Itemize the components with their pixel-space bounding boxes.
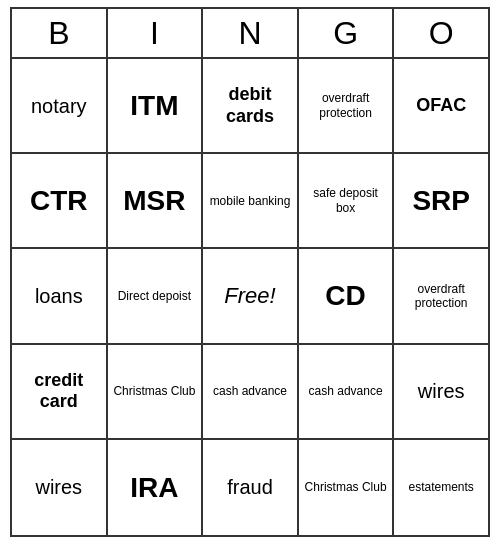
- bingo-cell-r3-c0: credit card: [12, 345, 108, 440]
- bingo-header: BINGO: [12, 9, 488, 59]
- bingo-cell-r2-c1: Direct depoist: [108, 249, 204, 344]
- bingo-cell-r3-c3: cash advance: [299, 345, 395, 440]
- bingo-body: notaryITMdebit cardsoverdraft protection…: [12, 59, 488, 535]
- bingo-cell-r4-c2: fraud: [203, 440, 299, 535]
- bingo-cell-r0-c0: notary: [12, 59, 108, 154]
- bingo-cell-r0-c3: overdraft protection: [299, 59, 395, 154]
- bingo-row-2: loansDirect depoistFree!CDoverdraft prot…: [12, 249, 488, 344]
- bingo-cell-r3-c2: cash advance: [203, 345, 299, 440]
- header-letter-I: I: [108, 9, 204, 59]
- bingo-cell-r4-c0: wires: [12, 440, 108, 535]
- bingo-cell-r4-c4: estatements: [394, 440, 488, 535]
- bingo-cell-r2-c0: loans: [12, 249, 108, 344]
- bingo-cell-r1-c2: mobile banking: [203, 154, 299, 249]
- bingo-row-4: wiresIRAfraudChristmas Clubestatements: [12, 440, 488, 535]
- bingo-row-3: credit cardChristmas Clubcash advancecas…: [12, 345, 488, 440]
- bingo-cell-r1-c3: safe deposit box: [299, 154, 395, 249]
- bingo-cell-r3-c4: wires: [394, 345, 488, 440]
- bingo-cell-r1-c0: CTR: [12, 154, 108, 249]
- header-letter-N: N: [203, 9, 299, 59]
- bingo-cell-r3-c1: Christmas Club: [108, 345, 204, 440]
- bingo-row-0: notaryITMdebit cardsoverdraft protection…: [12, 59, 488, 154]
- bingo-cell-r0-c2: debit cards: [203, 59, 299, 154]
- bingo-row-1: CTRMSRmobile bankingsafe deposit boxSRP: [12, 154, 488, 249]
- bingo-cell-r2-c2: Free!: [203, 249, 299, 344]
- bingo-cell-r2-c4: overdraft protection: [394, 249, 488, 344]
- bingo-card: BINGO notaryITMdebit cardsoverdraft prot…: [10, 7, 490, 537]
- header-letter-O: O: [394, 9, 488, 59]
- header-letter-G: G: [299, 9, 395, 59]
- bingo-cell-r2-c3: CD: [299, 249, 395, 344]
- bingo-cell-r0-c4: OFAC: [394, 59, 488, 154]
- bingo-cell-r4-c3: Christmas Club: [299, 440, 395, 535]
- bingo-cell-r4-c1: IRA: [108, 440, 204, 535]
- bingo-cell-r1-c1: MSR: [108, 154, 204, 249]
- bingo-cell-r0-c1: ITM: [108, 59, 204, 154]
- bingo-cell-r1-c4: SRP: [394, 154, 488, 249]
- header-letter-B: B: [12, 9, 108, 59]
